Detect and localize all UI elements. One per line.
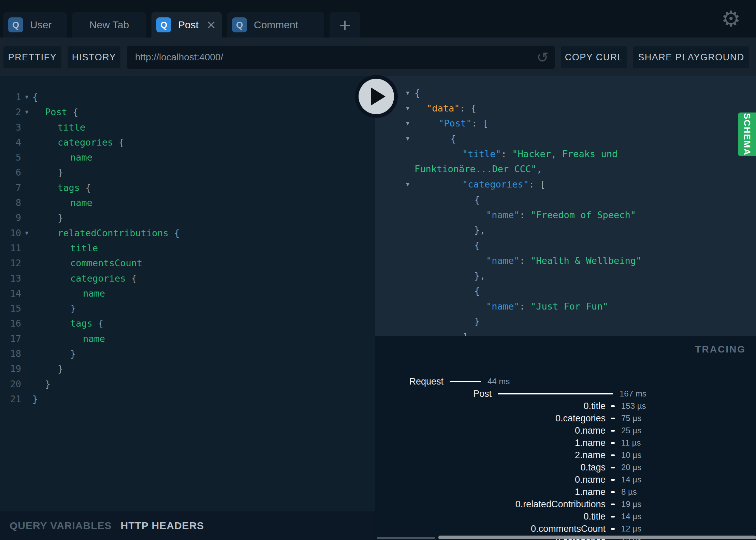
response-line: ▼{ [375,131,756,147]
fold-arrow-icon[interactable]: ▼ [21,90,32,105]
schema-tab-label: SCHEMA [742,113,752,156]
endpoint-url-input[interactable] [127,46,555,69]
code-text: name [32,150,92,165]
plus-icon: + [339,14,351,36]
settings-gear-icon[interactable]: ⚙ [721,7,741,31]
response-line: "name": "Freedom of Speech" [375,208,756,223]
fold-arrow-icon[interactable]: ▼ [403,86,412,101]
tracing-duration-dash [611,418,615,419]
history-button[interactable]: HISTORY [68,46,120,68]
tracing-label: 0.relatedContributions [375,499,606,510]
fold-arrow-spacer [21,346,32,361]
tab-new-tab[interactable]: New Tab [72,12,146,38]
code-text: } [32,377,50,392]
response-line: "name": "Health & Wellbeing" [375,253,756,269]
tab-label: Post [178,19,199,31]
tracing-duration: 12 µs [621,524,641,534]
schema-tab[interactable]: SCHEMA [738,112,756,156]
tracing-label: 0.name [375,425,606,436]
response-line: }, [375,223,756,238]
tracing-label: 2.name [375,450,606,461]
query-variables-tab[interactable]: QUERY VARIABLES [10,520,112,531]
line-number: 13 [0,271,21,286]
fold-arrow-icon[interactable]: ▼ [403,177,412,192]
share-playground-button[interactable]: SHARE PLAYGROUND [633,46,749,68]
response-text: } [375,316,480,327]
code-text: } [32,361,63,376]
fold-arrow-icon[interactable]: ▼ [21,105,32,120]
prettify-button[interactable]: PRETTIFY [3,46,61,68]
tracing-duration-dash [611,405,615,407]
fold-arrow-spacer [21,271,32,286]
response-line: { [375,192,756,208]
fold-arrow-icon[interactable]: ▼ [21,226,32,241]
response-line: ▼"categories": [ [375,177,756,192]
toolbar: PRETTIFY HISTORY ↺ COPY CURL SHARE PLAYG… [0,38,756,76]
tracing-row: 0.title153 µs [375,400,756,412]
response-viewer[interactable]: ▼{▼"data": {▼"Post": [▼{"title": "Hacker… [375,76,756,336]
response-line: }, [375,268,756,284]
endpoint-url-wrap: ↺ [127,46,555,69]
fold-arrow-icon[interactable]: ▼ [403,131,412,147]
fold-arrow-spacer [21,210,32,225]
play-icon [371,88,386,105]
tracing-duration: 19 µs [621,499,641,509]
code-text: { [32,90,38,105]
copy-curl-button[interactable]: COPY CURL [561,46,627,68]
code-text: title [32,241,98,256]
tracing-row: 0.name14 µs [375,474,756,486]
code-line: 8name [0,195,375,210]
execute-button-circle [359,79,394,114]
tracing-label: Post [375,389,492,399]
tracing-duration: 75 µs [621,414,641,423]
close-icon[interactable]: × [207,20,216,30]
fold-arrow-spacer [21,331,32,346]
fold-arrow-spacer [21,241,32,256]
tracing-duration: 8 µs [621,487,637,497]
tab-user[interactable]: QUser [3,12,67,38]
fold-arrow-icon[interactable]: ▼ [403,116,412,131]
tracing-row: 0.tags20 µs [375,461,756,474]
response-text: "Post": [ [375,118,488,129]
tracing-row: 1.name11 µs [375,437,756,449]
response-line: "name": "Just For Fun" [375,299,756,314]
line-number: 16 [0,316,21,331]
http-headers-tab[interactable]: HTTP HEADERS [121,520,204,531]
tracing-duration: 14 µs [621,475,641,484]
code-line: 10▼relatedContributions { [0,226,375,241]
tab-post[interactable]: QPost× [151,12,222,38]
tracing-duration-dash [611,491,615,493]
tracing-duration-dash [611,442,615,444]
tracing-duration-dash [611,430,615,432]
new-tab-button[interactable]: + [330,12,360,38]
line-number: 18 [0,346,21,361]
tracing-row: Request44 ms [375,375,756,388]
response-text: { [375,194,480,205]
fold-arrow-icon[interactable]: ▼ [403,101,412,116]
fold-arrow-spacer [21,256,32,271]
tracing-row: 0.relatedContributions19 µs [375,498,756,510]
query-editor-lines: 1▼{2▼Post {3title4categories {5name6}7ta… [0,90,375,407]
refresh-schema-icon[interactable]: ↺ [537,49,549,66]
tab-comment[interactable]: QComment [227,12,324,38]
tracing-duration-bar [450,381,481,382]
graphql-playground-window: QUserNew TabQPost×QComment+ ⚙ PRETTIFY H… [0,0,756,540]
code-text: name [32,286,105,301]
tracing-hscrollbar-thumb[interactable] [438,536,756,539]
tracing-title: TRACING [695,344,746,355]
query-editor[interactable]: 1▼{2▼Post {3title4categories {5name6}7ta… [0,76,375,511]
response-line: { [375,284,756,299]
line-number: 2 [0,105,21,120]
line-number: 20 [0,377,21,392]
tracing-duration-dash [611,454,615,456]
execute-button[interactable] [355,75,398,118]
code-line: 4categories { [0,135,375,150]
response-text: }, [375,270,485,281]
code-text: Post { [32,105,78,120]
line-number: 9 [0,210,21,225]
tracing-row: 0.title14 µs [375,510,756,523]
code-line: 18} [0,346,375,361]
top-bar: QUserNew TabQPost×QComment+ ⚙ [0,0,756,38]
tracing-label: 0.name [375,475,606,485]
fold-arrow-spacer [21,120,32,135]
